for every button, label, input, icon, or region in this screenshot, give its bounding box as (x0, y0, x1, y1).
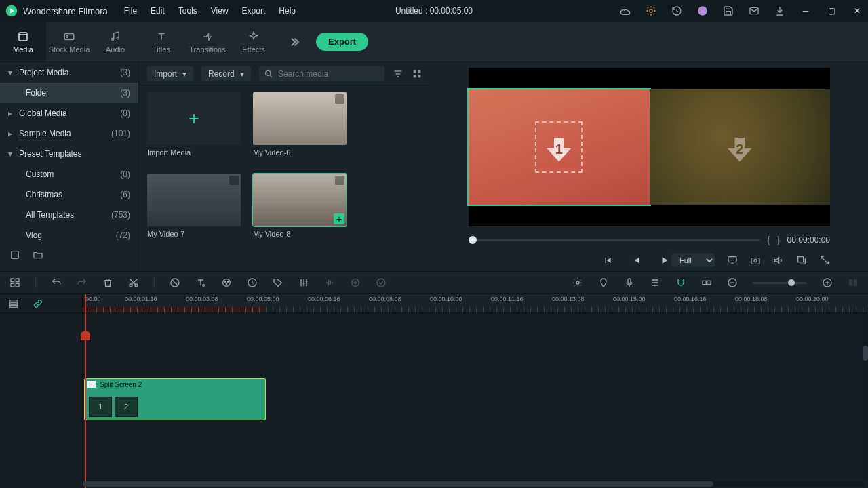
sidebar-item-custom[interactable]: Custom(0) (0, 164, 138, 184)
mail-icon[interactable] (749, 5, 760, 16)
folder-icon[interactable] (9, 249, 20, 260)
prev-frame-button[interactable] (603, 256, 612, 265)
hscroll-thumb[interactable] (83, 481, 713, 487)
tag-tool[interactable] (273, 277, 283, 288)
sidebar-item-vlog[interactable]: Vlog(72) (0, 225, 138, 245)
zoom-in-button[interactable] (822, 277, 833, 288)
import-media-tile[interactable]: + Import Media (147, 92, 241, 168)
marker-icon[interactable] (598, 277, 609, 288)
ripple-icon[interactable] (701, 277, 712, 288)
window-maximize[interactable]: ▢ (826, 5, 837, 16)
crop-button[interactable] (170, 277, 180, 288)
search-input[interactable] (278, 69, 379, 79)
mark-out-button[interactable]: } (777, 235, 781, 245)
magnet-snap-icon[interactable] (675, 277, 686, 288)
timeline-playhead[interactable] (85, 294, 86, 488)
menu-help[interactable]: Help (279, 6, 296, 16)
grid-view-icon[interactable] (412, 68, 422, 79)
sidebar-item-preset-templates[interactable]: ▾Preset Templates (0, 144, 138, 164)
snapshot-icon[interactable] (750, 255, 761, 266)
media-clip-selected[interactable]: + My Video-8 (253, 174, 347, 249)
tab-stock-media[interactable]: Stock Media (46, 22, 92, 62)
zoom-out-button[interactable] (727, 277, 738, 288)
adjustments-tool[interactable] (298, 277, 309, 288)
search-media[interactable] (259, 66, 384, 81)
timeline-ruler[interactable]: 00:00 00:00:01:16 00:00:03:08 00:00:05:0… (83, 294, 868, 313)
avatar-icon[interactable] (697, 5, 708, 16)
track-manager-icon[interactable] (8, 298, 19, 309)
monitor-icon[interactable] (727, 255, 738, 266)
tab-audio[interactable]: Audio (92, 22, 138, 62)
clip-slot[interactable]: 1 (89, 396, 112, 417)
preview-scrubber[interactable] (469, 239, 760, 241)
vscroll-thumb[interactable] (863, 346, 868, 361)
timeline-tracks[interactable]: Split Screen 2 1 2 (83, 313, 864, 480)
menu-export[interactable]: Export (242, 6, 266, 16)
delete-button[interactable] (102, 277, 113, 288)
download-icon[interactable] (774, 5, 785, 16)
menu-tools[interactable]: Tools (178, 6, 197, 16)
history-icon[interactable] (671, 5, 682, 16)
window-close[interactable]: ✕ (852, 5, 863, 16)
sidebar-item-sample-media[interactable]: ▸Sample Media(101) (0, 123, 138, 144)
ruler-marks-render (83, 307, 266, 312)
link-icon[interactable] (33, 298, 43, 309)
cloud-icon[interactable] (620, 5, 631, 16)
layout-icon[interactable] (9, 277, 20, 288)
clip-slot[interactable]: 2 (115, 396, 138, 417)
export-button[interactable]: Export (316, 33, 368, 51)
sidebar-item-christmas[interactable]: Christmas(6) (0, 184, 138, 205)
tab-titles[interactable]: Titles (138, 22, 184, 62)
import-dropdown[interactable]: Import▾ (147, 66, 193, 81)
media-clip[interactable]: My Video-7 (147, 174, 241, 249)
add-to-timeline-button[interactable]: + (334, 214, 344, 224)
fit-zoom-button[interactable] (848, 277, 859, 288)
mark-in-button[interactable]: { (767, 235, 770, 245)
detach-icon[interactable] (796, 255, 807, 266)
sync-tool[interactable] (376, 277, 387, 288)
media-clip[interactable]: My Video-6 (253, 92, 347, 168)
timeline-zoom-slider[interactable] (753, 282, 807, 284)
cut-button[interactable] (128, 277, 139, 288)
sidebar-item-folder[interactable]: Folder(3) (0, 83, 138, 103)
tab-effects[interactable]: Effects (231, 22, 277, 62)
sidebar-item-global-media[interactable]: ▸Global Media(0) (0, 103, 138, 123)
sidebar-label: Custom (26, 169, 54, 179)
menu-file[interactable]: File (124, 6, 137, 16)
new-folder-icon[interactable] (33, 249, 43, 260)
menu-edit[interactable]: Edit (151, 6, 165, 16)
preview-canvas[interactable]: 1 2 (469, 68, 830, 226)
preview-quality-select[interactable]: Full (671, 253, 715, 267)
more-tabs-arrow[interactable] (277, 36, 311, 48)
audio-levels-tool[interactable] (324, 277, 335, 288)
gear-icon[interactable] (646, 5, 656, 16)
preview-dropzone-2[interactable]: 2 (650, 89, 831, 205)
sidebar-item-project-media[interactable]: ▾Project Media(3) (0, 62, 138, 83)
clip-label: My Video-8 (253, 230, 347, 238)
voiceover-icon[interactable] (624, 277, 635, 288)
play-backward-button[interactable] (631, 256, 641, 265)
text-tool[interactable] (195, 277, 206, 288)
keyframe-tool[interactable] (350, 277, 361, 288)
timeline-vscrollbar[interactable] (863, 313, 868, 480)
filter-icon[interactable] (393, 68, 403, 79)
menu-view[interactable]: View (211, 6, 229, 16)
render-preview-icon[interactable] (572, 277, 583, 288)
tab-media[interactable]: Media (0, 22, 46, 62)
record-dropdown[interactable]: Record▾ (201, 66, 251, 81)
preview-dropzone-1[interactable]: 1 (469, 89, 650, 205)
volume-icon[interactable] (773, 255, 784, 266)
window-minimize[interactable]: ─ (800, 5, 811, 16)
tab-transitions[interactable]: Transitions (184, 22, 231, 62)
undo-button[interactable] (51, 277, 62, 288)
save-icon[interactable] (723, 5, 734, 16)
expand-icon[interactable] (819, 255, 830, 266)
color-tool[interactable] (221, 277, 232, 288)
speed-tool[interactable] (247, 277, 258, 288)
play-button[interactable] (660, 256, 669, 265)
mixer-icon[interactable] (650, 277, 660, 288)
redo-button[interactable] (77, 277, 87, 288)
timeline-hscrollbar[interactable] (83, 481, 864, 487)
sidebar-item-all-templates[interactable]: All Templates(753) (0, 205, 138, 225)
timeline-clip-split-screen[interactable]: Split Screen 2 1 2 (84, 378, 266, 420)
